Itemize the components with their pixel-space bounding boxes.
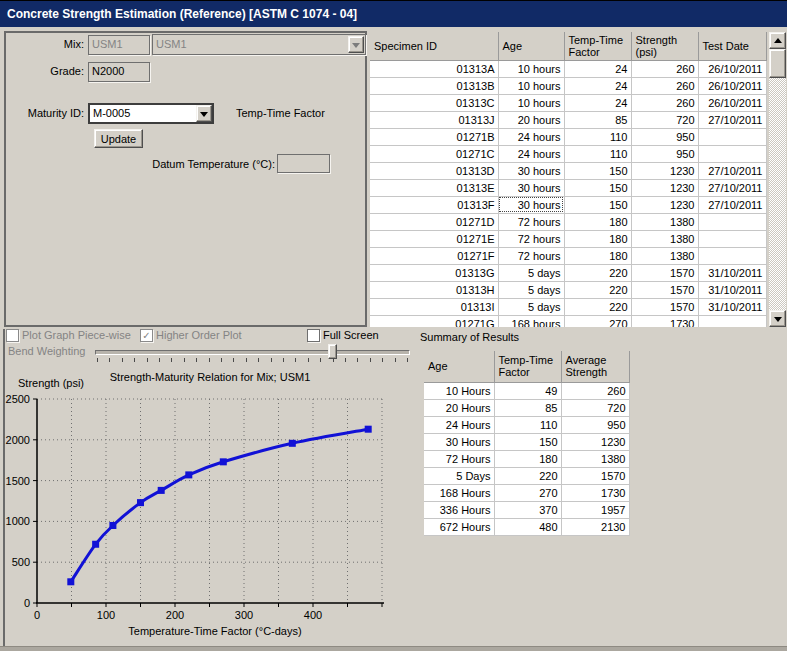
cell-strength[interactable]: 260 [631,94,698,111]
cell-strength[interactable]: 1570 [631,298,698,315]
checkbox-box[interactable] [6,329,19,342]
cell-temp-time-factor[interactable]: 180 [564,247,631,264]
cell-strength[interactable]: 1380 [631,247,698,264]
cell-specimen-id[interactable]: 01313F [370,196,498,213]
cell-temp-time-factor[interactable]: 220 [564,264,631,281]
cell-specimen-id[interactable]: 01313I [370,298,498,315]
cell-test-date[interactable]: 26/10/2011 [698,77,766,94]
cell-age[interactable]: 5 days [498,298,564,315]
cell-age[interactable]: 30 hours [498,196,564,213]
cell-temp-time-factor[interactable]: 85 [564,111,631,128]
cell-temp-time-factor[interactable]: 150 [564,196,631,213]
maturity-dropdown-button[interactable] [196,105,212,122]
cell-age[interactable]: 30 hours [498,162,564,179]
cell-specimen-id[interactable]: 01313G [370,264,498,281]
cell-specimen-id[interactable]: 01271C [370,145,498,162]
mix-dropdown-button[interactable] [348,36,364,53]
cell-test-date[interactable]: 27/10/2011 [698,162,766,179]
cell-strength[interactable]: 950 [631,145,698,162]
cell-strength[interactable]: 260 [631,60,698,77]
cell-test-date[interactable]: 31/10/2011 [698,281,766,298]
cell-age[interactable]: 72 hours [498,213,564,230]
cell-specimen-id[interactable]: 01313A [370,60,498,77]
cell-strength[interactable]: 1230 [631,179,698,196]
cell-temp-time-factor[interactable]: 150 [564,179,631,196]
cell-test-date[interactable]: 27/10/2011 [698,111,766,128]
cell-temp-time-factor[interactable]: 110 [564,128,631,145]
cell-temp-time-factor[interactable]: 24 [564,77,631,94]
cell-test-date[interactable]: 31/10/2011 [698,264,766,281]
cell-test-date[interactable]: 27/10/2011 [698,196,766,213]
maturity-id-dropdown[interactable]: M-0005 [88,103,214,124]
cell-specimen-id[interactable]: 01271F [370,247,498,264]
cell-strength[interactable]: 1570 [631,264,698,281]
cell-test-date[interactable] [698,128,766,145]
cell-specimen-id[interactable]: 01313H [370,281,498,298]
cell-temp-time-factor[interactable]: 180 [564,230,631,247]
cell-test-date[interactable]: 31/10/2011 [698,298,766,315]
cell-age[interactable]: 72 hours [498,230,564,247]
table-scrollbar[interactable] [769,32,786,327]
cell-age[interactable]: 10 hours [498,77,564,94]
cell-strength[interactable]: 1230 [631,162,698,179]
cell-temp-time-factor[interactable]: 220 [564,298,631,315]
cell-strength[interactable]: 950 [631,128,698,145]
cell-age[interactable]: 72 hours [498,247,564,264]
cell-temp-time-factor[interactable]: 180 [564,213,631,230]
cell-specimen-id[interactable]: 01313E [370,179,498,196]
cell-strength[interactable]: 1380 [631,213,698,230]
scrollbar-thumb[interactable] [769,49,786,78]
cell-temp-time-factor[interactable]: 220 [564,281,631,298]
cell-test-date[interactable] [698,315,766,327]
cell-test-date[interactable] [698,145,766,162]
checkbox-box[interactable] [307,329,320,342]
cell-age[interactable]: 10 hours [498,94,564,111]
update-button[interactable]: Update [94,129,143,148]
bend-weighting-slider-track[interactable] [95,350,410,355]
cell-strength[interactable]: 1230 [631,196,698,213]
cell-specimen-id[interactable]: 01271E [370,230,498,247]
cell-temp-time-factor[interactable]: 24 [564,94,631,111]
cell-specimen-id[interactable]: 01271D [370,213,498,230]
cell-age[interactable]: 10 hours [498,60,564,77]
cell-temp-time-factor[interactable]: 24 [564,60,631,77]
checkbox-box[interactable] [140,329,153,342]
summary-cell-age: 30 Hours [424,433,494,450]
cell-strength[interactable]: 1730 [631,315,698,327]
cell-age[interactable]: 168 hours [498,315,564,327]
mix-input[interactable]: USM1 [88,35,150,55]
cell-temp-time-factor[interactable]: 150 [564,162,631,179]
cell-age[interactable]: 20 hours [498,111,564,128]
cell-temp-time-factor[interactable]: 110 [564,145,631,162]
mix-dropdown[interactable]: USM1 [152,34,366,55]
cell-specimen-id[interactable]: 01313C [370,94,498,111]
cell-strength[interactable]: 1380 [631,230,698,247]
cell-test-date[interactable] [698,213,766,230]
cell-age[interactable]: 24 hours [498,128,564,145]
cell-test-date[interactable]: 26/10/2011 [698,60,766,77]
cell-test-date[interactable] [698,247,766,264]
svg-text:1000: 1000 [6,515,30,527]
scroll-up-button[interactable] [769,32,786,49]
cell-age[interactable]: 30 hours [498,179,564,196]
cell-strength[interactable]: 1570 [631,281,698,298]
cell-strength[interactable]: 260 [631,77,698,94]
slider-tick-marks [97,358,409,362]
cell-age[interactable]: 5 days [498,281,564,298]
cell-strength[interactable]: 720 [631,111,698,128]
bend-weighting-slider-thumb[interactable] [328,344,337,359]
cell-test-date[interactable]: 27/10/2011 [698,179,766,196]
cell-age[interactable]: 5 days [498,264,564,281]
cell-specimen-id[interactable]: 01313J [370,111,498,128]
cell-age[interactable]: 24 hours [498,145,564,162]
cell-test-date[interactable]: 26/10/2011 [698,94,766,111]
cell-temp-time-factor[interactable]: 270 [564,315,631,327]
scroll-down-button[interactable] [769,310,786,327]
cell-specimen-id[interactable]: 01271G [370,315,498,327]
cell-specimen-id[interactable]: 01313B [370,77,498,94]
cell-specimen-id[interactable]: 01271B [370,128,498,145]
grade-input[interactable]: N2000 [88,62,150,82]
datum-temperature-input[interactable] [277,154,330,173]
cell-specimen-id[interactable]: 01313D [370,162,498,179]
cell-test-date[interactable] [698,230,766,247]
